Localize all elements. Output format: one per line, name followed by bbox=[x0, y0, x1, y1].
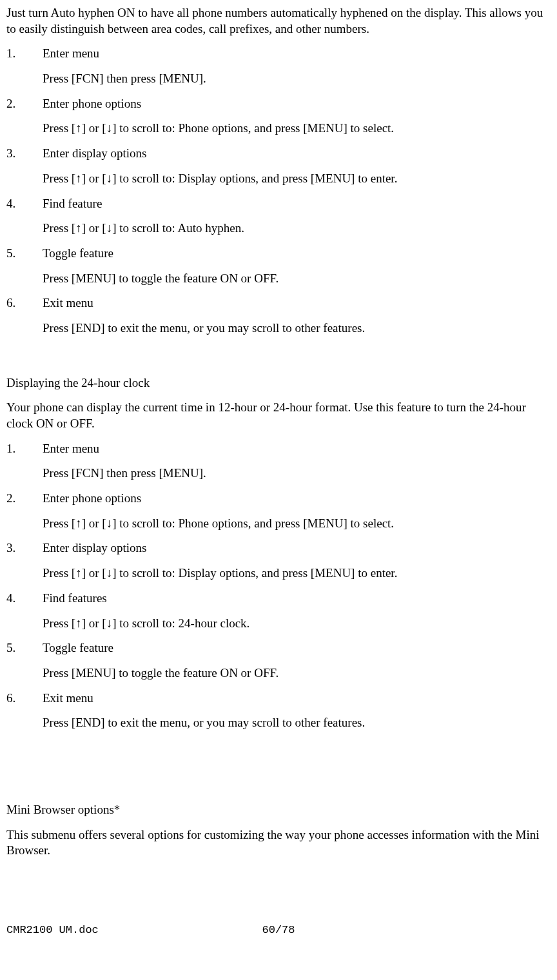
step-body: Enter phone options Press [↑] or [↓] to … bbox=[43, 96, 551, 137]
step-body: Exit menu Press [END] to exit the menu, … bbox=[43, 295, 551, 336]
step-row: 5. Toggle feature Press [MENU] to toggle… bbox=[6, 640, 551, 681]
step-detail: Press [MENU] to toggle the feature ON or… bbox=[43, 665, 551, 681]
step-row: 2. Enter phone options Press [↑] or [↓] … bbox=[6, 491, 551, 531]
step-detail: Press [↑] or [↓] to scroll to: 24-hour c… bbox=[43, 616, 551, 632]
section1-intro: Just turn Auto hyphen ON to have all pho… bbox=[6, 5, 551, 37]
step-detail: Press [FCN] then press [MENU]. bbox=[43, 71, 551, 87]
step-detail: Press [END] to exit the menu, or you may… bbox=[43, 715, 551, 731]
section3-heading: Mini Browser options* bbox=[6, 802, 551, 818]
step-number: 6. bbox=[6, 295, 43, 336]
step-row: 6. Exit menu Press [END] to exit the men… bbox=[6, 691, 551, 731]
step-row: 2. Enter phone options Press [↑] or [↓] … bbox=[6, 96, 551, 137]
step-row: 4. Find feature Press [↑] or [↓] to scro… bbox=[6, 196, 551, 237]
footer-page-number: 60/78 bbox=[262, 923, 295, 937]
step-row: 5. Toggle feature Press [MENU] to toggle… bbox=[6, 246, 551, 286]
step-row: 3. Enter display options Press [↑] or [↓… bbox=[6, 146, 551, 186]
step-number: 5. bbox=[6, 640, 43, 681]
step-detail: Press [↑] or [↓] to scroll to: Auto hyph… bbox=[43, 220, 551, 237]
step-detail: Press [FCN] then press [MENU]. bbox=[43, 466, 551, 482]
step-title: Find feature bbox=[43, 196, 551, 212]
step-number: 4. bbox=[6, 591, 43, 631]
step-title: Find features bbox=[43, 591, 551, 607]
step-detail: Press [↑] or [↓] to scroll to: Display o… bbox=[43, 565, 551, 582]
step-title: Enter display options bbox=[43, 146, 551, 162]
step-title: Enter phone options bbox=[43, 491, 551, 507]
section3-intro: This submenu offers several options for … bbox=[6, 827, 551, 859]
step-title: Toggle feature bbox=[43, 246, 551, 262]
step-number: 1. bbox=[6, 46, 43, 86]
step-body: Toggle feature Press [MENU] to toggle th… bbox=[43, 640, 551, 681]
step-title: Enter menu bbox=[43, 46, 551, 62]
step-number: 6. bbox=[6, 691, 43, 731]
step-row: 1. Enter menu Press [FCN] then press [ME… bbox=[6, 441, 551, 482]
section2-intro: Your phone can display the current time … bbox=[6, 400, 551, 431]
step-row: 3. Enter display options Press [↑] or [↓… bbox=[6, 540, 551, 581]
step-title: Toggle feature bbox=[43, 640, 551, 656]
step-number: 4. bbox=[6, 196, 43, 237]
step-title: Enter menu bbox=[43, 441, 551, 457]
step-body: Enter phone options Press [↑] or [↓] to … bbox=[43, 491, 551, 531]
step-body: Toggle feature Press [MENU] to toggle th… bbox=[43, 246, 551, 286]
step-title: Enter phone options bbox=[43, 96, 551, 112]
step-body: Enter display options Press [↑] or [↓] t… bbox=[43, 146, 551, 186]
step-row: 1. Enter menu Press [FCN] then press [ME… bbox=[6, 46, 551, 86]
section2-heading: Displaying the 24-hour clock bbox=[6, 375, 551, 391]
step-number: 5. bbox=[6, 246, 43, 286]
step-detail: Press [END] to exit the menu, or you may… bbox=[43, 320, 551, 337]
step-number: 2. bbox=[6, 491, 43, 531]
step-number: 1. bbox=[6, 441, 43, 482]
step-title: Exit menu bbox=[43, 691, 551, 707]
step-detail: Press [↑] or [↓] to scroll to: Phone opt… bbox=[43, 516, 551, 532]
step-detail: Press [MENU] to toggle the feature ON or… bbox=[43, 271, 551, 287]
page-footer: CMR2100 UM.doc 60/78 bbox=[6, 923, 551, 937]
step-body: Find features Press [↑] or [↓] to scroll… bbox=[43, 591, 551, 631]
step-title: Exit menu bbox=[43, 295, 551, 311]
step-body: Enter menu Press [FCN] then press [MENU]… bbox=[43, 46, 551, 86]
step-row: 6. Exit menu Press [END] to exit the men… bbox=[6, 295, 551, 336]
step-detail: Press [↑] or [↓] to scroll to: Display o… bbox=[43, 171, 551, 187]
footer-filename: CMR2100 UM.doc bbox=[6, 923, 99, 937]
step-body: Exit menu Press [END] to exit the menu, … bbox=[43, 691, 551, 731]
step-number: 3. bbox=[6, 146, 43, 186]
step-body: Enter menu Press [FCN] then press [MENU]… bbox=[43, 441, 551, 482]
step-detail: Press [↑] or [↓] to scroll to: Phone opt… bbox=[43, 121, 551, 137]
step-row: 4. Find features Press [↑] or [↓] to scr… bbox=[6, 591, 551, 631]
step-body: Enter display options Press [↑] or [↓] t… bbox=[43, 540, 551, 581]
step-number: 2. bbox=[6, 96, 43, 137]
step-number: 3. bbox=[6, 540, 43, 581]
step-title: Enter display options bbox=[43, 540, 551, 556]
step-body: Find feature Press [↑] or [↓] to scroll … bbox=[43, 196, 551, 237]
